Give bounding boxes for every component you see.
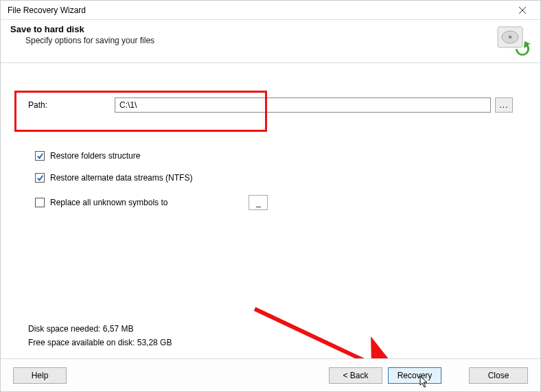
disk-space-needed: Disk space needed: 6,57 MB [28, 324, 172, 334]
wizard-body: Path: ... Restore folders structure Rest… [1, 63, 540, 365]
disk-info: Disk space needed: 6,57 MB Free space av… [28, 324, 172, 351]
path-row: Path: ... [28, 97, 513, 113]
close-icon [519, 7, 526, 14]
option-replace-unknown[interactable]: Replace all unknown symbols to [35, 195, 513, 210]
svg-point-4 [509, 36, 512, 39]
close-button-label: Close [488, 371, 509, 380]
help-button-label: Help [32, 371, 49, 380]
help-button[interactable]: Help [13, 367, 67, 384]
disk-space-free: Free space available on disk: 53,28 GB [28, 338, 172, 347]
wizard-header: Save to hard disk Specify options for sa… [1, 20, 540, 63]
back-button[interactable]: < Back [329, 367, 382, 384]
checkbox-restore-streams[interactable] [35, 173, 45, 183]
browse-button[interactable]: ... [495, 97, 513, 113]
path-input[interactable] [115, 97, 491, 113]
title-bar: File Recovery Wizard [1, 1, 540, 20]
browse-button-label: ... [499, 100, 508, 110]
option-restore-folders[interactable]: Restore folders structure [35, 151, 513, 161]
disk-recovery-icon [495, 24, 531, 56]
option-restore-streams-label: Restore alternate data streams (NTFS) [50, 173, 192, 183]
option-restore-streams[interactable]: Restore alternate data streams (NTFS) [35, 173, 513, 183]
wizard-footer: Help < Back Recovery Close [1, 358, 540, 391]
replace-symbol-input[interactable] [249, 195, 268, 210]
checkbox-restore-folders[interactable] [35, 151, 45, 161]
check-icon [36, 174, 44, 182]
window-title: File Recovery Wizard [8, 5, 509, 15]
check-icon [36, 152, 44, 160]
window-close-button[interactable] [509, 1, 536, 19]
wizard-header-text: Save to hard disk Specify options for sa… [10, 24, 495, 45]
recovery-button[interactable]: Recovery [388, 367, 441, 384]
option-replace-unknown-label: Replace all unknown symbols to [50, 198, 168, 207]
recovery-button-label: Recovery [398, 371, 433, 380]
path-label: Path: [28, 100, 111, 110]
option-restore-folders-label: Restore folders structure [50, 151, 140, 161]
page-subtitle: Specify options for saving your files [25, 36, 495, 45]
checkbox-replace-unknown[interactable] [35, 198, 45, 207]
page-title: Save to hard disk [10, 24, 495, 34]
back-button-label: < Back [343, 371, 368, 380]
close-button[interactable]: Close [469, 367, 528, 384]
